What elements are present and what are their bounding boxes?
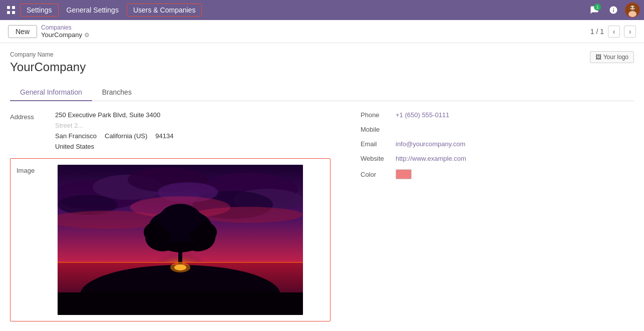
breadcrumb-right: 1 / 1 ‹ › (590, 26, 636, 38)
settings-gear-icon[interactable]: ⚙ (84, 32, 90, 39)
image-icon: 🖼 (595, 54, 601, 61)
company-name-label: Company Name (10, 51, 86, 58)
svg-rect-2 (7, 11, 10, 14)
breadcrumb-parent[interactable]: Companies (41, 24, 90, 31)
svg-point-8 (633, 7, 635, 9)
users-companies-nav-item[interactable]: Users & Companies (127, 4, 202, 17)
svg-rect-1 (12, 6, 15, 9)
form-right: Phone +1 (650) 555-0111 Mobile Email inf… (361, 111, 634, 321)
city-value: San Francisco (55, 132, 97, 140)
breadcrumb-left: New Companies YourCompany ⚙ (8, 24, 90, 39)
svg-rect-3 (12, 11, 15, 14)
address-field-row: Address 250 Executive Park Blvd, Suite 3… (10, 111, 331, 150)
zip-value: 94134 (155, 132, 173, 140)
svg-rect-0 (7, 6, 10, 9)
svg-point-7 (630, 7, 632, 9)
breadcrumb-bar: New Companies YourCompany ⚙ 1 / 1 ‹ › (0, 20, 644, 43)
topnav-action-icons: 1 (587, 3, 640, 18)
topnav: Settings General Settings Users & Compan… (0, 0, 644, 20)
breadcrumb-current: YourCompany ⚙ (41, 31, 90, 39)
form-left: Address 250 Executive Park Blvd, Suite 3… (10, 111, 331, 321)
new-button[interactable]: New (8, 25, 37, 38)
user-avatar[interactable] (625, 3, 640, 18)
form-body: Address 250 Executive Park Blvd, Suite 3… (10, 111, 634, 321)
color-label: Color (361, 171, 396, 178)
address-label: Address (10, 111, 55, 150)
tabs: General Information Branches (10, 84, 634, 101)
notification-badge: 1 (594, 4, 601, 11)
mobile-label: Mobile (361, 126, 396, 133)
website-field-row: Website http://www.example.com (361, 155, 634, 162)
tab-branches[interactable]: Branches (92, 84, 142, 101)
pagination-label: 1 / 1 (590, 28, 604, 36)
svg-point-40 (159, 204, 201, 234)
color-field-row: Color (361, 169, 634, 179)
phone-field-row: Phone +1 (650) 555-0111 (361, 111, 634, 119)
website-value: http://www.example.com (396, 155, 466, 162)
website-label: Website (361, 155, 396, 162)
svg-point-6 (628, 11, 636, 17)
company-name-heading: YourCompany (10, 60, 86, 74)
tab-general-information[interactable]: General Information (10, 84, 92, 101)
state-value: California (US) (105, 132, 147, 140)
street1-value: 250 Executive Park Blvd, Suite 3400 (55, 111, 174, 119)
main-content: Company Name YourCompany 🖼 Your logo Gen… (0, 43, 644, 329)
email-label: Email (361, 140, 396, 148)
breadcrumb-current-label: YourCompany (41, 31, 82, 39)
settings-nav-item[interactable]: Settings (20, 4, 59, 17)
logo-btn-label: Your logo (603, 54, 628, 61)
phone-label: Phone (361, 111, 396, 119)
general-settings-nav-item[interactable]: General Settings (61, 4, 125, 16)
email-value: info@yourcompany.com (396, 140, 465, 148)
image-label: Image (17, 165, 52, 315)
logo-button[interactable]: 🖼 Your logo (590, 51, 634, 63)
street2-placeholder: Street 2... (55, 122, 174, 129)
clock-icon-btn[interactable] (606, 3, 621, 18)
svg-rect-30 (58, 292, 303, 315)
mobile-field-row: Mobile (361, 126, 634, 133)
svg-point-42 (170, 262, 190, 272)
next-record-button[interactable]: › (624, 26, 636, 38)
grid-menu-icon[interactable] (4, 3, 18, 17)
image-section: Image (10, 158, 331, 321)
breadcrumb: Companies YourCompany ⚙ (41, 24, 90, 39)
color-swatch[interactable] (396, 169, 412, 179)
address-value: 250 Executive Park Blvd, Suite 3400 Stre… (55, 111, 174, 150)
image-preview[interactable] (58, 165, 303, 315)
city-state-zip-row: San Francisco California (US) 94134 (55, 132, 174, 140)
email-field-row: Email info@yourcompany.com (361, 140, 634, 148)
company-header: Company Name YourCompany 🖼 Your logo (10, 51, 634, 82)
chat-icon-btn[interactable]: 1 (587, 3, 602, 18)
prev-record-button[interactable]: ‹ (608, 26, 620, 38)
country-value: United States (55, 143, 174, 150)
phone-value: +1 (650) 555-0111 (396, 111, 449, 119)
